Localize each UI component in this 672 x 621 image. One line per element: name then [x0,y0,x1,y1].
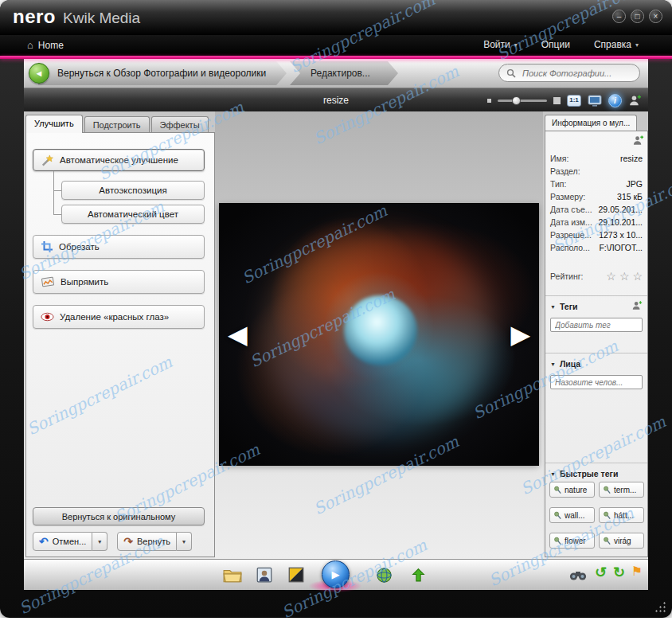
rating-row: Рейтинг: ☆ ☆ ☆ [550,271,643,282]
red-eye-button[interactable]: Удаление «красных глаз» [33,305,205,329]
app-title: Kwik Media [63,10,140,27]
revert-original-button[interactable]: Вернуться к оригинальному [33,507,205,525]
media-info-fields: Имя:resize Раздел: Тип:JPG Размеру:315 к… [550,152,643,254]
zoom-slider-handle[interactable] [512,96,521,105]
viewer-toolbar: resize 1:1 i [24,88,648,112]
crop-icon [41,240,53,253]
app-logo: nero Kwik Media [13,6,140,28]
tree-connector [53,190,61,191]
pin-icon [553,486,562,494]
red-eye-label: Удаление «красных глаз» [60,312,169,322]
star-icon[interactable]: ☆ [632,271,643,282]
people-view-button[interactable] [255,565,274,584]
add-tag-field [550,318,643,332]
search-icon [506,68,516,78]
menu-right: Войти ▾ Опции Справка ▾ [483,39,639,50]
auto-color-button[interactable]: Автоматический цвет [61,205,205,224]
redo-dropdown-button[interactable]: ▾ [177,532,192,551]
info-panel-body: Имя:resize Раздел: Тип:JPG Размеру:315 к… [545,131,648,557]
undo-dropdown-button[interactable]: ▾ [92,532,107,551]
quick-tag-button[interactable]: nature [549,482,595,498]
undo-button[interactable]: ↶ Отмен... [33,532,92,551]
tab-enhance[interactable]: Улучшить [25,115,83,133]
star-icon[interactable]: ☆ [619,271,630,282]
pin-icon [603,511,611,520]
tab-editor[interactable]: Редактиров... [290,61,398,85]
straighten-icon [41,275,55,288]
app-window: nero Kwik Media – □ × ⌂ Home Войти ▾ Опц… [0,0,672,618]
pin-icon [553,537,562,545]
minimize-button[interactable]: – [612,10,626,23]
menubar: ⌂ Home Войти ▾ Опции Справка ▾ [0,35,672,56]
faces-section-header[interactable]: ▼ Лица [545,353,647,370]
redo-label: Вернуть [137,537,170,546]
redo-button[interactable]: ↷ Вернуть [117,532,177,551]
collapse-caret-icon: ▼ [550,304,556,310]
fullscreen-slideshow-button[interactable] [588,95,602,107]
collapse-caret-icon: ▼ [550,471,556,477]
quick-tag-button[interactable]: virág [599,533,644,549]
quick-tag-button[interactable]: term... [599,482,644,498]
quick-tag-button[interactable]: hátt... [599,507,644,523]
options-menu-item[interactable]: Опции [541,39,570,50]
quick-tags-section-header[interactable]: ▼ Быстрые теги [545,463,647,480]
help-label: Справка [594,39,631,50]
info-row: Раздел: [550,165,643,178]
login-menu-item[interactable]: Войти ▾ [483,39,518,50]
binoculars-button[interactable] [568,565,588,584]
globe-share-button[interactable] [374,565,393,584]
auto-enhance-button[interactable]: Автоматическое улучшение [33,149,205,171]
tags-section-header[interactable]: ▼ Теги [545,295,647,313]
info-button[interactable]: i [608,94,622,107]
pin-icon [603,537,611,545]
play-button[interactable]: ▶ [322,560,350,588]
main-area: Улучшить Подстроить Эффекты × Автоматиче… [24,111,648,559]
add-folder-button[interactable] [223,565,242,584]
slideshow-button[interactable] [287,565,306,584]
tab-effects[interactable]: Эффекты [151,116,209,133]
rotate-right-button[interactable]: ↻ [613,564,625,582]
tag-person-icon[interactable] [632,135,644,148]
next-photo-button[interactable]: ▶ [510,322,530,347]
close-button[interactable]: × [649,10,662,23]
previous-photo-button[interactable]: ◀ [228,322,248,347]
quick-tag-button[interactable]: wall... [549,507,595,523]
auto-exposure-button[interactable]: Автоэкспозиция [61,181,205,200]
quick-tags-title: Быстрые теги [560,469,618,478]
breadcrumb-back-tab[interactable]: Вернуться к Обзор Фотографии и видеороли… [38,61,287,85]
tag-person-icon[interactable] [631,300,643,313]
upload-button[interactable] [408,565,428,584]
chevron-down-icon: ▾ [514,41,518,49]
resize-grip[interactable] [654,600,666,612]
zoom-slider[interactable] [498,100,547,102]
tab-media-info[interactable]: Информация о мул... [545,115,637,131]
info-row: Тип:JPG [550,178,643,190]
search-input[interactable] [521,68,632,79]
edit-panel: Улучшить Подстроить Эффекты × Автоматиче… [25,111,215,559]
add-tag-input[interactable] [551,318,642,331]
star-icon[interactable]: ☆ [606,271,616,282]
tag-person-button[interactable] [628,94,642,107]
edit-panel-body: Автоматическое улучшение Автоэкспозиция … [25,132,215,557]
actual-size-button[interactable]: 1:1 [567,95,581,107]
bookmark-flag-button[interactable]: ⚑ [631,564,643,580]
viewer-controls: 1:1 i [487,88,642,112]
tab-adjust[interactable]: Подстроить [84,116,150,133]
magic-wand-icon [41,154,54,167]
zoom-in-icon[interactable] [553,97,561,104]
back-button[interactable]: ◄ [29,63,49,84]
help-menu-item[interactable]: Справка ▾ [594,39,639,50]
home-menu-item[interactable]: ⌂ Home [27,39,64,51]
tree-connector [53,214,61,215]
maximize-button[interactable]: □ [631,10,644,23]
straighten-button[interactable]: Выпрямить [33,270,205,294]
auto-enhance-label: Автоматическое улучшение [60,155,178,165]
quick-tag-button[interactable]: flower [549,533,595,549]
rotate-left-button[interactable]: ↺ [595,564,607,582]
home-icon: ⌂ [27,39,33,51]
zoom-out-icon[interactable] [487,99,491,103]
crop-button[interactable]: Обрезать [33,235,205,259]
nero-logo: nero [13,6,56,28]
name-person-input[interactable] [551,376,642,389]
info-row: Размеру:315 кБ [550,190,643,203]
